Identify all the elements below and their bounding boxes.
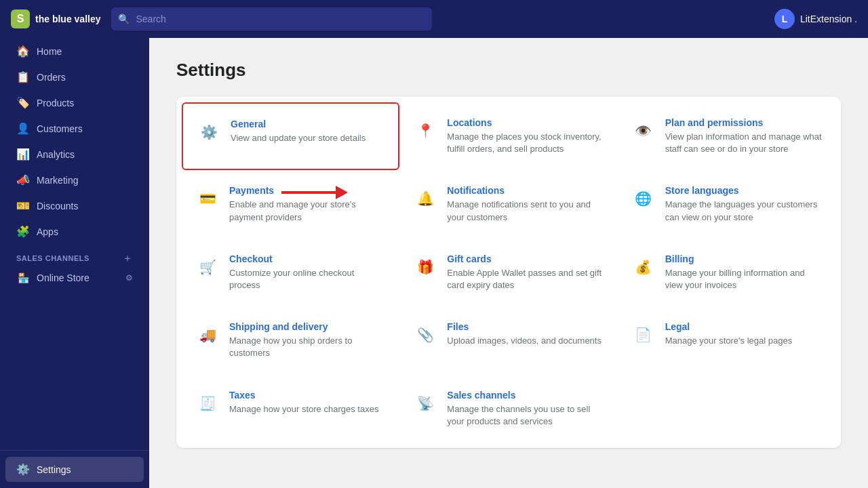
online-store-settings-icon: ⚙ <box>125 273 133 283</box>
legal-icon: 📄 <box>631 323 656 347</box>
sidebar-item-analytics[interactable]: 📊 Analytics <box>5 142 144 167</box>
gift-cards-title: Gift cards <box>447 253 604 264</box>
settings-cell-billing[interactable]: 💰 Billing Manage your billing informatio… <box>618 239 835 306</box>
payments-title: Payments <box>229 185 386 196</box>
sidebar-item-marketing-label: Marketing <box>37 175 78 186</box>
sales-channels-title: Sales channels <box>447 390 604 401</box>
settings-cell-gift-cards[interactable]: 🎁 Gift cards Enable Apple Wallet passes … <box>399 239 617 306</box>
sidebar-item-marketing[interactable]: 📣 Marketing <box>5 167 144 192</box>
sidebar-item-customers[interactable]: 👤 Customers <box>5 116 144 141</box>
settings-cell-legal[interactable]: 📄 Legal Manage your store's legal pages <box>618 306 835 374</box>
sidebar-item-products[interactable]: 🏷️ Products <box>5 90 144 115</box>
files-title: Files <box>447 321 601 332</box>
checkout-title: Checkout <box>229 253 386 264</box>
sidebar-item-orders[interactable]: 📋 Orders <box>5 64 144 89</box>
sidebar-item-discounts[interactable]: 🎫 Discounts <box>5 193 144 218</box>
search-bar[interactable]: 🔍 <box>111 7 432 30</box>
settings-cell-payments[interactable]: 💳 Payments Enable and manage your store'… <box>182 170 399 238</box>
settings-cell-store-languages[interactable]: 🌐 Store languages Manage the languages y… <box>618 170 835 238</box>
avatar: L <box>774 9 795 29</box>
taxes-title: Taxes <box>229 390 378 401</box>
settings-cell-locations[interactable]: 📍 Locations Manage the places you stock … <box>399 102 617 170</box>
store-languages-icon: 🌐 <box>631 186 656 211</box>
billing-content: Billing Manage your billing information … <box>665 253 822 291</box>
orders-icon: 📋 <box>16 70 30 83</box>
general-title: General <box>231 119 366 129</box>
checkout-desc: Customize your online checkout process <box>229 267 386 291</box>
sidebar-item-apps[interactable]: 🧩 Apps <box>5 219 144 244</box>
sidebar-item-orders-label: Orders <box>37 72 66 83</box>
settings-grid-container: ⚙️ General View and update your store de… <box>176 97 841 448</box>
sidebar-item-home-label: Home <box>37 46 62 57</box>
general-icon: ⚙️ <box>197 120 221 144</box>
billing-desc: Manage your billing information and view… <box>665 267 822 291</box>
sidebar-item-online-store-label: Online Store <box>37 272 90 283</box>
settings-cell-taxes[interactable]: 🧾 Taxes Manage how your store charges ta… <box>182 375 399 443</box>
taxes-icon: 🧾 <box>195 391 220 415</box>
settings-cell-general[interactable]: ⚙️ General View and update your store de… <box>182 102 399 170</box>
settings-cell-sales-channels[interactable]: 📡 Sales channels Manage the channels you… <box>399 375 617 443</box>
sales-channels-content: Sales channels Manage the channels you u… <box>447 390 604 428</box>
topnav: S the blue valley 🔍 L LitExtension . <box>0 0 868 38</box>
sidebar-item-settings-label: Settings <box>37 464 71 475</box>
user-badge[interactable]: L LitExtension . <box>774 9 857 29</box>
gift-cards-desc: Enable Apple Wallet passes and set gift … <box>447 267 604 291</box>
user-name: LitExtension . <box>800 14 857 24</box>
files-icon: 📎 <box>413 323 437 347</box>
plan-permissions-desc: View plan information and manage what st… <box>665 131 822 155</box>
shipping-delivery-content: Shipping and delivery Manage how you shi… <box>229 321 386 359</box>
payments-content: Payments Enable and manage your store's … <box>229 185 386 223</box>
main-content: Settings ⚙️ General View and update your… <box>149 38 868 488</box>
customers-icon: 👤 <box>16 122 30 135</box>
shopify-icon: S <box>11 9 30 28</box>
settings-cell-files[interactable]: 📎 Files Upload images, videos, and docum… <box>399 306 617 374</box>
page-title: Settings <box>176 60 841 81</box>
online-store-icon: 🏪 <box>16 272 30 283</box>
sidebar-item-apps-label: Apps <box>37 226 58 237</box>
products-icon: 🏷️ <box>16 96 30 109</box>
apps-icon: 🧩 <box>16 225 30 238</box>
add-sales-channel-button[interactable]: ＋ <box>122 253 133 264</box>
plan-permissions-content: Plan and permissions View plan informati… <box>665 117 822 155</box>
search-input[interactable] <box>111 7 432 30</box>
sidebar: 🏠 Home 📋 Orders 🏷️ Products 👤 Customers … <box>0 38 149 488</box>
locations-icon: 📍 <box>413 119 437 143</box>
sidebar-item-online-store[interactable]: 🏪 Online Store ⚙ <box>5 267 144 289</box>
locations-desc: Manage the places you stock inventory, f… <box>447 131 604 155</box>
plan-permissions-title: Plan and permissions <box>665 117 822 128</box>
shipping-delivery-title: Shipping and delivery <box>229 321 386 332</box>
settings-cell-checkout[interactable]: 🛒 Checkout Customize your online checkou… <box>182 239 399 306</box>
payments-icon: 💳 <box>195 186 220 211</box>
settings-icon: ⚙️ <box>16 463 30 476</box>
files-content: Files Upload images, videos, and documen… <box>447 321 601 347</box>
store-languages-desc: Manage the languages your customers can … <box>665 199 822 223</box>
taxes-desc: Manage how your store charges taxes <box>229 403 378 415</box>
notifications-title: Notifications <box>447 185 604 196</box>
billing-title: Billing <box>665 253 822 264</box>
general-content: General View and update your store detai… <box>231 119 366 144</box>
taxes-content: Taxes Manage how your store charges taxe… <box>229 390 378 415</box>
store-languages-content: Store languages Manage the languages you… <box>665 185 822 223</box>
settings-cell-shipping-delivery[interactable]: 🚚 Shipping and delivery Manage how you s… <box>182 306 399 374</box>
billing-icon: 💰 <box>631 255 656 279</box>
brand-logo[interactable]: S the blue valley <box>11 9 100 28</box>
store-languages-title: Store languages <box>665 185 822 196</box>
shipping-delivery-desc: Manage how you ship orders to customers <box>229 335 386 359</box>
legal-content: Legal Manage your store's legal pages <box>665 321 792 347</box>
sidebar-item-customers-label: Customers <box>37 123 83 134</box>
sidebar-item-settings[interactable]: ⚙️ Settings <box>5 457 144 482</box>
marketing-icon: 📣 <box>16 174 30 186</box>
settings-grid: ⚙️ General View and update your store de… <box>182 102 835 443</box>
gift-cards-content: Gift cards Enable Apple Wallet passes an… <box>447 253 604 291</box>
general-desc: View and update your store details <box>231 132 366 144</box>
shipping-delivery-icon: 🚚 <box>195 323 220 347</box>
settings-cell-notifications[interactable]: 🔔 Notifications Manage notifications sen… <box>399 170 617 238</box>
notifications-desc: Manage notifications sent to you and you… <box>447 199 604 223</box>
discounts-icon: 🎫 <box>16 199 30 212</box>
sidebar-item-discounts-label: Discounts <box>37 201 78 211</box>
sales-channels-icon: 📡 <box>413 391 437 415</box>
notifications-content: Notifications Manage notifications sent … <box>447 185 604 223</box>
settings-cell-plan-permissions[interactable]: 👁️ Plan and permissions View plan inform… <box>618 102 835 170</box>
sidebar-item-home[interactable]: 🏠 Home <box>5 39 144 64</box>
sidebar-bottom: ⚙️ Settings <box>0 450 149 483</box>
